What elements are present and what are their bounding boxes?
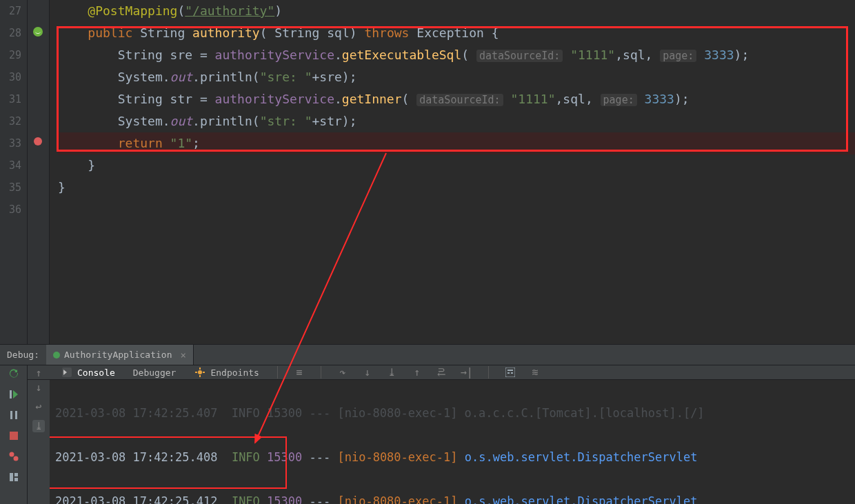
svg-rect-18 xyxy=(511,372,513,374)
svg-rect-15 xyxy=(505,367,515,377)
debug-left-rail xyxy=(0,365,28,504)
running-indicator-icon xyxy=(53,352,60,359)
tab-debugger[interactable]: Debugger xyxy=(130,365,179,379)
line-number: 29 xyxy=(0,44,27,66)
line-number: 32 xyxy=(0,110,27,132)
debug-toolbar: ↑ Console Debugger xyxy=(28,365,855,380)
console-output[interactable]: 2021-03-08 17:42:25.407 INFO 15300 --- [… xyxy=(50,380,855,504)
view-breakpoints-icon[interactable] xyxy=(7,450,21,463)
svg-rect-10 xyxy=(14,473,18,476)
tab-console[interactable]: Console xyxy=(58,365,118,379)
console-controls-rail: ↓ ↩ ⤓ xyxy=(28,380,50,504)
log-line: 2021-03-08 17:42:25.412 INFO 15300 --- [… xyxy=(55,490,855,504)
drop-frame-icon[interactable]: ⥻ xyxy=(436,366,448,379)
annotation: @PostMapping xyxy=(88,3,177,18)
code-area[interactable]: @PostMapping("/authority") public String… xyxy=(50,0,855,344)
console-icon xyxy=(61,366,73,379)
step-into-icon[interactable]: ↓ xyxy=(361,366,374,379)
ide-root: 27 28 29 30 31 32 33 34 35 36 @PostMappi… xyxy=(0,0,855,504)
line-number: 33 xyxy=(0,132,27,154)
soft-wrap-icon[interactable]: ↩ xyxy=(32,401,45,413)
svg-point-7 xyxy=(9,452,14,457)
debug-view-tabs: Console Debugger Endpoints ≡ ↷ xyxy=(50,365,541,379)
endpoints-icon xyxy=(194,366,206,379)
log-line-truncated: 2021-03-08 17:42:25.407 INFO 15300 --- [… xyxy=(55,402,855,424)
debug-label: Debug: xyxy=(0,350,46,360)
tab-endpoints[interactable]: Endpoints xyxy=(191,365,261,379)
run-to-cursor-icon[interactable]: →| xyxy=(461,366,473,379)
gutter-icons xyxy=(28,0,50,344)
svg-rect-4 xyxy=(10,411,12,419)
svg-rect-2 xyxy=(10,390,12,399)
force-step-into-icon[interactable]: ⤓ xyxy=(386,366,399,379)
log-line: 2021-03-08 17:42:25.408 INFO 15300 --- [… xyxy=(55,446,855,468)
svg-rect-9 xyxy=(10,473,13,481)
up-stack-icon[interactable]: ↑ xyxy=(32,367,45,379)
svg-rect-11 xyxy=(14,478,18,481)
line-number: 27 xyxy=(0,0,27,22)
param-hint: dataSourceId: xyxy=(476,50,563,62)
console-body: ↓ ↩ ⤓ 2021-03-08 17:42:25.407 INFO 15300… xyxy=(28,380,855,504)
line-number: 36 xyxy=(0,199,27,221)
mapping-path: "/authority" xyxy=(185,3,274,18)
show-frames-icon[interactable]: ≡ xyxy=(293,366,305,379)
svg-rect-5 xyxy=(15,411,17,419)
scroll-to-end-icon[interactable]: ⤓ xyxy=(32,420,45,432)
stop-icon[interactable] xyxy=(7,429,21,443)
step-over-icon[interactable]: ↷ xyxy=(336,366,349,379)
run-config-name: AuthorityApplication xyxy=(64,350,172,360)
console-side-rail: ↑ xyxy=(28,365,50,379)
trace-current-stream-icon[interactable]: ≋ xyxy=(529,366,541,379)
debug-tool-window: Debug: AuthorityApplication × xyxy=(0,344,855,504)
run-config-tab[interactable]: AuthorityApplication × xyxy=(46,345,194,365)
param-hint: page: xyxy=(601,94,637,106)
param-hint: dataSourceId: xyxy=(416,94,503,106)
breakpoint-icon[interactable] xyxy=(32,137,44,149)
close-icon[interactable]: × xyxy=(181,350,186,361)
svg-point-0 xyxy=(33,27,43,37)
resume-icon[interactable] xyxy=(7,387,21,401)
line-number: 30 xyxy=(0,66,27,88)
line-number: 35 xyxy=(0,177,27,199)
spring-bean-icon[interactable] xyxy=(32,26,44,39)
line-number-gutter: 27 28 29 30 31 32 33 34 35 36 xyxy=(0,0,28,344)
svg-rect-17 xyxy=(507,372,510,374)
code-editor[interactable]: 27 28 29 30 31 32 33 34 35 36 @PostMappi… xyxy=(0,0,855,344)
svg-point-14 xyxy=(198,370,202,374)
rerun-icon[interactable] xyxy=(7,367,21,381)
svg-point-8 xyxy=(13,456,18,461)
svg-rect-6 xyxy=(10,432,18,440)
down-stack-icon[interactable]: ↓ xyxy=(32,381,45,394)
svg-point-1 xyxy=(34,137,42,145)
step-out-icon[interactable]: ↑ xyxy=(411,366,423,379)
svg-marker-3 xyxy=(13,390,18,399)
debug-tabbar: Debug: AuthorityApplication × xyxy=(0,345,855,365)
evaluate-expression-icon[interactable] xyxy=(504,366,516,379)
svg-rect-16 xyxy=(507,370,513,371)
param-hint: page: xyxy=(660,50,696,62)
pause-icon[interactable] xyxy=(7,408,21,422)
line-number: 34 xyxy=(0,154,27,177)
line-number: 28 xyxy=(0,22,27,44)
line-number: 31 xyxy=(0,88,27,110)
layout-settings-icon[interactable] xyxy=(7,470,21,484)
